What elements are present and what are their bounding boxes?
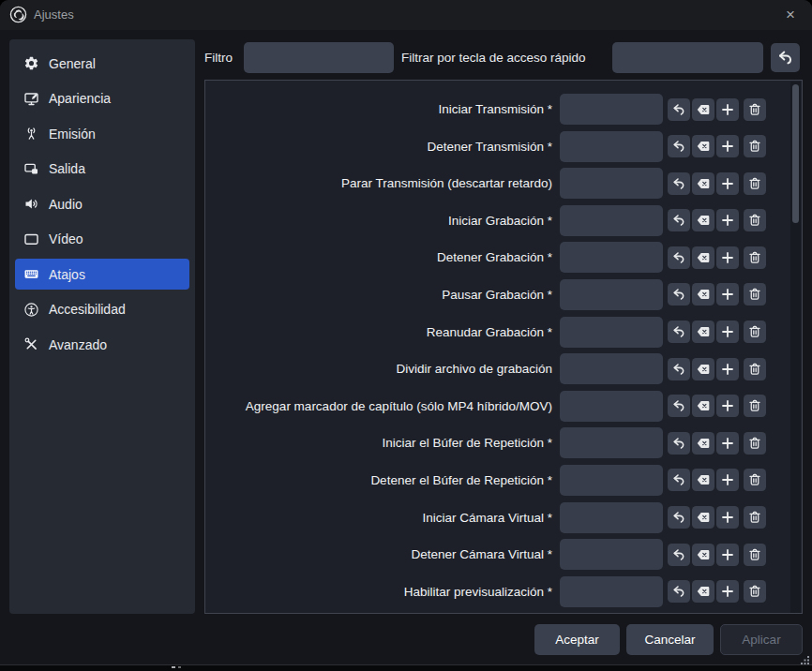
scrollbar-track[interactable] xyxy=(790,82,801,613)
hotkey-delete-button[interactable] xyxy=(744,469,766,491)
hotkey-input[interactable] xyxy=(560,317,663,348)
plus-icon xyxy=(720,250,735,265)
hotkey-clear-button[interactable] xyxy=(692,135,714,157)
hotkey-revert-button[interactable] xyxy=(668,172,690,195)
hotkeys-list: Iniciar Transmisión * Detener Transmisió… xyxy=(205,94,802,613)
hotkey-clear-button[interactable] xyxy=(692,395,714,417)
sidebar-item-avanzado[interactable]: Avanzado xyxy=(15,329,189,360)
hotkey-revert-button[interactable] xyxy=(668,469,690,491)
undo-icon xyxy=(671,102,686,117)
hotkey-input[interactable] xyxy=(560,427,663,458)
hotkey-clear-button[interactable] xyxy=(692,321,714,343)
keyboard-icon xyxy=(23,266,39,282)
plus-icon xyxy=(720,362,735,377)
hotkey-input[interactable] xyxy=(560,242,663,273)
scrollbar-thumb[interactable] xyxy=(792,84,799,223)
hotkey-revert-button[interactable] xyxy=(668,506,690,529)
resize-grip-icon[interactable] xyxy=(800,652,810,663)
hotkey-input[interactable] xyxy=(560,576,663,607)
hotkey-revert-button[interactable] xyxy=(668,209,690,231)
hotkey-input[interactable] xyxy=(560,94,663,125)
hotkey-delete-button[interactable] xyxy=(744,358,766,380)
hotkey-add-button[interactable] xyxy=(716,358,739,380)
hotkey-input[interactable] xyxy=(560,279,663,310)
hotkey-input[interactable] xyxy=(560,502,663,533)
hotkey-revert-button[interactable] xyxy=(668,580,690,603)
hotkey-add-button[interactable] xyxy=(716,172,739,195)
hotkey-delete-button[interactable] xyxy=(744,321,766,343)
hotkey-revert-button[interactable] xyxy=(668,135,690,157)
hotkey-revert-button[interactable] xyxy=(668,544,690,566)
undo-icon xyxy=(671,213,686,228)
accept-button[interactable]: Aceptar xyxy=(534,624,620,655)
accessibility-icon xyxy=(23,302,39,318)
hotkey-delete-button[interactable] xyxy=(744,98,766,121)
hotkey-add-button[interactable] xyxy=(716,469,739,491)
hotkey-delete-button[interactable] xyxy=(744,544,766,566)
hotkey-input[interactable] xyxy=(560,391,663,422)
filter-input[interactable] xyxy=(244,42,394,73)
hotkey-revert-button[interactable] xyxy=(668,246,690,269)
hotkey-input[interactable] xyxy=(560,168,663,199)
sidebar-item-emision[interactable]: Emisión xyxy=(15,118,189,149)
hotkey-add-button[interactable] xyxy=(716,321,739,343)
taskbar-sliver-dot xyxy=(178,666,181,668)
hotkey-filter-input[interactable] xyxy=(612,42,763,73)
cancel-button[interactable]: Cancelar xyxy=(626,624,714,655)
hotkey-delete-button[interactable] xyxy=(744,283,766,306)
undo-icon xyxy=(671,176,686,191)
hotkey-clear-button[interactable] xyxy=(692,432,714,455)
hotkey-add-button[interactable] xyxy=(716,98,739,121)
hotkey-clear-button[interactable] xyxy=(692,209,714,231)
hotkey-revert-button[interactable] xyxy=(668,358,690,380)
hotkey-revert-button[interactable] xyxy=(668,432,690,455)
hotkey-add-button[interactable] xyxy=(716,580,739,603)
sidebar-item-video[interactable]: Vídeo xyxy=(15,224,189,255)
hotkey-input[interactable] xyxy=(560,539,663,570)
hotkey-input[interactable] xyxy=(560,205,663,236)
sidebar-item-atajos[interactable]: Atajos xyxy=(15,259,189,290)
sidebar-item-audio[interactable]: Audio xyxy=(15,188,189,219)
hotkey-add-button[interactable] xyxy=(716,395,739,417)
hotkey-delete-button[interactable] xyxy=(744,506,766,529)
hotkey-add-button[interactable] xyxy=(716,209,739,231)
hotkey-clear-button[interactable] xyxy=(692,580,714,603)
hotkey-add-button[interactable] xyxy=(716,283,739,306)
hotkey-clear-button[interactable] xyxy=(692,506,714,529)
hotkey-add-button[interactable] xyxy=(716,246,739,269)
sidebar-item-salida[interactable]: Salida xyxy=(15,154,189,185)
hotkey-delete-button[interactable] xyxy=(744,395,766,417)
hotkey-delete-button[interactable] xyxy=(744,135,766,157)
hotkey-add-button[interactable] xyxy=(716,544,739,566)
hotkey-clear-button[interactable] xyxy=(692,469,714,491)
hotkey-add-button[interactable] xyxy=(716,135,739,157)
hotkey-delete-button[interactable] xyxy=(744,209,766,231)
hotkey-clear-button[interactable] xyxy=(692,544,714,566)
hotkey-clear-button[interactable] xyxy=(692,98,714,121)
hotkey-clear-button[interactable] xyxy=(692,246,714,269)
hotkey-row: Detener Cámara Virtual * xyxy=(205,539,802,570)
hotkey-clear-button[interactable] xyxy=(692,283,714,306)
hotkey-add-button[interactable] xyxy=(716,432,739,455)
sidebar-item-general[interactable]: General xyxy=(15,48,189,79)
hotkey-revert-button[interactable] xyxy=(668,98,690,121)
sidebar-item-apariencia[interactable]: Apariencia xyxy=(15,83,189,114)
sidebar-item-accesibilidad[interactable]: Accesibilidad xyxy=(15,294,189,325)
plus-icon xyxy=(720,436,735,451)
hotkey-clear-button[interactable] xyxy=(692,172,714,195)
hotkey-revert-button[interactable] xyxy=(668,283,690,306)
settings-sidebar: General Apariencia Emisión Salida Audio … xyxy=(9,39,195,614)
hotkey-revert-button[interactable] xyxy=(668,395,690,417)
hotkey-clear-button[interactable] xyxy=(692,358,714,380)
close-icon[interactable]: × xyxy=(774,0,806,30)
hotkey-revert-button[interactable] xyxy=(668,321,690,343)
hotkey-input[interactable] xyxy=(560,465,663,496)
hotkey-input[interactable] xyxy=(560,353,663,384)
hotkey-delete-button[interactable] xyxy=(744,246,766,269)
hotkey-add-button[interactable] xyxy=(716,506,739,529)
hotkey-delete-button[interactable] xyxy=(744,172,766,195)
hotkey-delete-button[interactable] xyxy=(744,580,766,603)
hotkey-input[interactable] xyxy=(560,131,663,162)
filter-reset-button[interactable] xyxy=(771,43,800,72)
hotkey-delete-button[interactable] xyxy=(744,432,766,455)
